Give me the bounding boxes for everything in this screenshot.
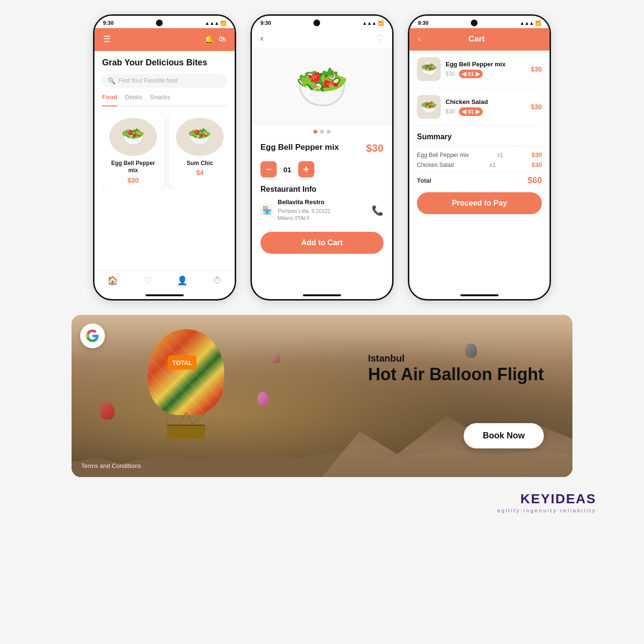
cart-item-1: 🥗 Egg Bell Pepper mix $30 ◀ 01 ▶ $30 xyxy=(417,57,542,88)
nav-heart-icon[interactable]: ♡ xyxy=(144,275,151,286)
status-bar-3: 9:30 ▲▲▲ 📶 xyxy=(409,16,550,28)
cart-qty-minus-1[interactable]: ◀ xyxy=(462,71,466,77)
status-time-3: 9:30 xyxy=(418,20,428,26)
grab-title: Grab Your Delicious Bites xyxy=(102,58,227,68)
cart-item-info-1: Egg Bell Pepper mix $30 ◀ 01 ▶ xyxy=(446,61,526,78)
cart-item-img-1: 🥗 xyxy=(417,57,441,81)
cart-item-orig-price-2: $30 xyxy=(446,108,455,115)
restaurant-address: Pompeo Litta, 5 20122 Milano /ITALY xyxy=(278,208,331,222)
cart-icon[interactable]: 🛍 xyxy=(218,35,226,44)
food-card-img-2: 🥗 xyxy=(176,118,224,156)
total-price: $60 xyxy=(528,176,542,186)
cart-qty-plus-2[interactable]: ▶ xyxy=(476,108,480,115)
home-indicator-2 xyxy=(303,294,341,296)
summary-label-2: Chicken Salad xyxy=(417,162,454,168)
summary-price-2: $30 xyxy=(531,161,542,168)
cart-item-2: 🥗 Chicken Salad $30 ◀ 01 ▶ $30 xyxy=(417,95,542,126)
phone1-body: Grab Your Delicious Bites 🔍 Find Your Fa… xyxy=(94,51,235,270)
small-balloon-4 xyxy=(272,353,280,364)
summary-qty-1: x1 xyxy=(497,152,503,158)
cart-qty-num-2: 01 xyxy=(468,109,474,114)
qty-minus-button[interactable]: − xyxy=(260,161,277,177)
nav-home-icon[interactable]: 🏠 xyxy=(107,275,118,286)
food-card-name-2: Sum Chic xyxy=(174,160,226,167)
food-card-1[interactable]: 🥗 Egg Bell Pepper mix $30 xyxy=(102,113,164,189)
restaurant-section: Restaurant Info 🏪 Bellavita Restro Pompe… xyxy=(260,185,384,222)
summary-divider xyxy=(417,146,542,146)
search-icon: 🔍 xyxy=(108,77,115,84)
cart-qty-num-1: 01 xyxy=(468,71,474,77)
tab-drinks[interactable]: Drinks xyxy=(125,93,143,103)
phone3-body: 🥗 Egg Bell Pepper mix $30 ◀ 01 ▶ $30 xyxy=(409,51,550,292)
food-cards-list: 🥗 Egg Bell Pepper mix $30 🥗 Sum Chic $4 xyxy=(102,113,227,189)
add-to-cart-button[interactable]: Add to Cart xyxy=(260,232,384,254)
phone1-header: ☰ 🔔 🛍 xyxy=(94,28,235,51)
restaurant-left: 🏪 Bellavita Restro Pompeo Litta, 5 20122… xyxy=(260,198,331,222)
nav-history-icon[interactable]: ⏱ xyxy=(213,276,222,286)
main-balloon: TOTAL xyxy=(138,329,234,444)
cart-item-info-2: Chicken Salad $30 ◀ 01 ▶ xyxy=(446,98,526,116)
brand-key: KEY xyxy=(520,491,551,506)
cart-item-orig-price-1: $30 xyxy=(446,71,455,77)
cart-qty-minus-2[interactable]: ◀ xyxy=(462,108,466,115)
tab-food[interactable]: Food xyxy=(102,93,117,106)
book-now-button[interactable]: Book Now xyxy=(464,423,544,448)
summary-row-1: Egg Bell Pepper mix x1 $30 xyxy=(417,151,542,158)
banner-text: Istanbul Hot Air Balloon Flight xyxy=(368,353,544,394)
product-name: Egg Bell Pepper mix xyxy=(260,142,339,153)
summary-price-1: $30 xyxy=(531,151,542,158)
google-logo xyxy=(80,323,105,348)
food-card-name-1: Egg Bell Pepper mix xyxy=(107,160,159,175)
cart-item-name-1: Egg Bell Pepper mix xyxy=(446,61,526,68)
food-emoji-1: 🥗 xyxy=(121,125,145,148)
summary-qty-2: x1 xyxy=(490,162,496,168)
cart-title: Cart xyxy=(468,34,485,44)
tab-snacks[interactable]: Snacks xyxy=(150,93,171,103)
restaurant-icon: 🏪 xyxy=(260,204,274,217)
status-bar-1: 9:30 ▲▲▲ 📶 xyxy=(94,16,235,28)
restaurant-name-block: Bellavita Restro Pompeo Litta, 5 20122 M… xyxy=(278,198,331,222)
search-bar[interactable]: 🔍 Find Your Favorite food xyxy=(102,74,227,88)
dot-2 xyxy=(320,130,324,134)
summary-total-row: Total $60 xyxy=(417,172,542,186)
phones-row: 9:30 ▲▲▲ 📶 ☰ 🔔 🛍 Grab Your Delicious Bit… xyxy=(10,14,634,301)
qty-plus-button[interactable]: + xyxy=(298,161,314,177)
terms-text: Terms and Conditions xyxy=(81,462,141,469)
back-button-3[interactable]: ‹ xyxy=(418,34,421,44)
total-label: Total xyxy=(417,177,431,184)
cart-item-row-2: $30 ◀ 01 ▶ xyxy=(446,107,526,116)
brand-ideas: IDEAS xyxy=(551,491,596,506)
notch-3 xyxy=(471,20,478,26)
summary-label-1: Egg Bell Pepper mix xyxy=(417,152,469,158)
cart-qty-ctrl-2: ◀ 01 ▶ xyxy=(459,107,483,116)
product-title-row: Egg Bell Pepper mix $30 xyxy=(260,142,384,155)
status-icons-1: ▲▲▲ 📶 xyxy=(205,21,226,26)
wishlist-button[interactable]: ♡ xyxy=(376,33,384,43)
restaurant-row: 🏪 Bellavita Restro Pompeo Litta, 5 20122… xyxy=(260,198,384,222)
cart-item-img-2: 🥗 xyxy=(417,95,441,119)
hamburger-icon[interactable]: ☰ xyxy=(103,34,111,44)
cart-qty-plus-1[interactable]: ▶ xyxy=(476,71,480,77)
nav-profile-icon[interactable]: 👤 xyxy=(177,275,187,286)
qty-value: 01 xyxy=(283,166,291,174)
back-button-2[interactable]: ‹ xyxy=(260,33,263,43)
proceed-to-pay-button[interactable]: Proceed to Pay xyxy=(417,192,542,214)
call-icon[interactable]: 📞 xyxy=(372,205,384,216)
cart-item-price-2: $30 xyxy=(531,103,542,111)
phone2-header: ‹ ♡ xyxy=(252,28,392,49)
notification-icon[interactable]: 🔔 xyxy=(204,35,214,44)
summary-title: Summary xyxy=(417,133,542,141)
status-icons-3: ▲▲▲ 📶 xyxy=(520,21,541,26)
dot-3 xyxy=(327,130,331,134)
summary-row-2: Chicken Salad x1 $30 xyxy=(417,161,542,168)
qty-row: − 01 + xyxy=(260,161,384,177)
food-card-price-2: $4 xyxy=(174,169,226,177)
phone-cart: 9:30 ▲▲▲ 📶 ‹ Cart 🥗 Egg Bell Pepper mix … xyxy=(408,14,551,301)
search-placeholder: Find Your Favorite food xyxy=(118,77,177,84)
balloon-logo: TOTAL xyxy=(168,355,197,370)
phone1-header-top: ☰ 🔔 🛍 xyxy=(103,34,226,44)
food-card-2[interactable]: 🥗 Sum Chic $4 xyxy=(169,113,227,189)
restaurant-info-title: Restaurant Info xyxy=(260,185,384,194)
status-time-2: 9:30 xyxy=(260,20,271,26)
phone-product: 9:30 ▲▲▲ 📶 ‹ ♡ 🥗 Egg Bell Pepper mix $30… xyxy=(250,14,394,301)
